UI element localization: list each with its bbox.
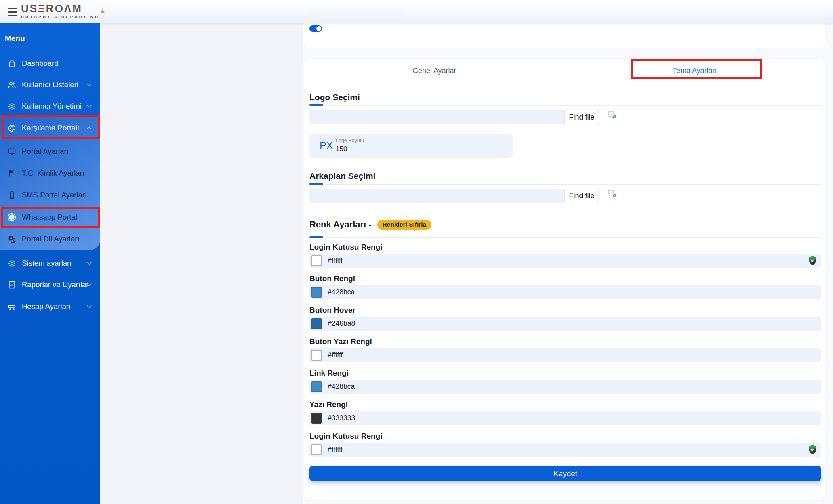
sidebar-item-raporlar-ve-uyarilar[interactable]: Raporlar ve Uyarılar (0, 276, 100, 293)
sidebar-item-label: Sistem ayarları (22, 259, 72, 268)
sidebar-item-label: Dashboard (22, 59, 59, 68)
color-row-label: Buton Rengi (309, 274, 355, 283)
reset-colors-button[interactable]: Renkleri Sıfırla (377, 220, 432, 230)
sidebar-item-label: Kullanıcı Yönetimi (22, 102, 82, 111)
sidebar-item-sms-portal-ayarlari[interactable]: SMS Portal Ayarları (0, 187, 100, 204)
sidebar-item-hesap-ayarlari[interactable]: Hesap Ayarları (0, 298, 100, 315)
tab-genel-ayarlar[interactable]: Genel Ayarlar (304, 59, 565, 82)
brand-accent-triangle (101, 9, 105, 13)
chevron-down-icon (86, 283, 92, 287)
background-file-field[interactable] (309, 189, 564, 203)
background-file-input[interactable]: Find file (309, 189, 599, 203)
broken-image-icon (608, 111, 616, 119)
logo-size-value[interactable]: 150 (336, 145, 347, 153)
toggle-knob (316, 26, 321, 31)
sidebar-item-label: Portal Dil Ayarları (22, 235, 80, 244)
brand-tagline: HOTSPOT & REPORTING (21, 15, 99, 19)
color-input[interactable]: #ffffff (309, 254, 821, 268)
color-hex-value: #ffffff (328, 445, 343, 454)
color-swatch[interactable] (311, 287, 322, 298)
color-row-label: Login Kutusu Rengi (309, 243, 382, 252)
color-row-label: Buton Hover (309, 306, 355, 315)
color-hex-value: #246ba8 (328, 319, 355, 328)
color-input[interactable]: #333333 (309, 411, 821, 425)
color-input[interactable]: #ffffff (309, 443, 821, 457)
logo-file-field[interactable] (309, 110, 564, 124)
color-swatch[interactable] (311, 318, 322, 329)
color-hex-value: #428bca (328, 382, 355, 391)
sidebar-item-tc-kimlik-ayarlari[interactable]: T.C. Kimlik Ayarları (0, 165, 100, 182)
portal-enabled-toggle[interactable] (309, 25, 322, 32)
sidebar-item-dashboard[interactable]: Dashboard (0, 55, 100, 72)
color-hex-value: #ffffff (328, 256, 343, 265)
mobile-icon (7, 191, 16, 200)
sidebar: Menü Dashboard Kullanıcı Listeleri Kulla… (0, 23, 100, 504)
sidebar-item-sistem-ayarlari[interactable]: Sistem ayarları (0, 255, 100, 272)
color-input[interactable]: #428bca (309, 380, 821, 394)
report-chart-icon (7, 280, 16, 289)
color-swatch[interactable] (311, 413, 322, 424)
sidebar-item-kullanici-listeleri[interactable]: Kullanıcı Listeleri (0, 76, 100, 93)
background-find-file-button[interactable]: Find file (564, 189, 599, 203)
whatsapp-icon (7, 213, 16, 222)
color-row-label: Buton Yazı Rengi (309, 337, 372, 346)
color-swatch[interactable] (311, 255, 322, 266)
sidebar-item-kullanici-yonetimi[interactable]: Kullanıcı Yönetimi (0, 98, 100, 115)
chevron-down-icon (86, 262, 92, 265)
color-hex-value: #ffffff (328, 351, 343, 359)
color-hex-value: #333333 (328, 414, 355, 422)
sidebar-title: Menü (5, 34, 25, 43)
colors-section-title: Renk Ayarları - (309, 219, 372, 230)
color-row-label: Yazı Rengi (309, 400, 348, 409)
divider (309, 105, 821, 106)
color-swatch[interactable] (311, 381, 322, 392)
sidebar-item-karsilama-portali[interactable]: Karşılama Portalı (0, 120, 100, 136)
tab-tema-ayarlari[interactable]: Tema Ayarları (565, 59, 825, 82)
sidebar-item-portal-ayarlari[interactable]: Portal Ayarları (0, 143, 100, 160)
translate-icon: A (7, 235, 16, 244)
chevron-down-icon (86, 83, 92, 87)
sidebar-item-label: Karşılama Portalı (22, 124, 79, 132)
color-input[interactable]: #246ba8 (309, 317, 821, 331)
brand-logo: USΞROΛM HOTSPOT & REPORTING (21, 3, 99, 19)
logo-find-file-button[interactable]: Find file (564, 110, 599, 124)
save-button[interactable]: Kaydet (309, 466, 821, 481)
sidebar-item-label: SMS Portal Ayarları (22, 191, 87, 200)
color-swatch[interactable] (311, 444, 322, 455)
settings-card: Genel Ayarlar Tema Ayarları Logo Seçimi … (304, 59, 825, 500)
chevron-up-icon (86, 126, 92, 130)
shield-check-icon[interactable] (808, 445, 818, 455)
logo-section-title: Logo Seçimi (309, 92, 360, 102)
logo-file-input[interactable]: Find file (309, 110, 599, 124)
broken-image-icon (608, 190, 616, 197)
color-row-label: Login Kutusu Rengi (309, 432, 382, 441)
px-unit-label: PX (320, 140, 333, 151)
color-swatch[interactable] (311, 350, 322, 361)
shield-check-icon[interactable] (808, 256, 818, 266)
section-accent-dash (309, 104, 323, 106)
gear-icon (7, 259, 16, 268)
gear-icon (7, 102, 16, 111)
background-section-title: Arkaplan Seçimi (309, 171, 375, 181)
sidebar-item-label: Portal Ayarları (22, 147, 69, 156)
sidebar-item-label: Whatsapp Portal (22, 213, 77, 222)
sidebar-item-label: T.C. Kimlik Ayarları (22, 169, 84, 178)
flag-icon (7, 169, 16, 178)
top-header: USΞROΛM HOTSPOT & REPORTING (0, 0, 833, 23)
sidebar-item-label: Kullanıcı Listeleri (22, 80, 78, 89)
sidebar-item-label: Raporlar ve Uyarılar (22, 280, 89, 289)
divider (309, 184, 821, 185)
logo-size-box[interactable]: PX Logo Boyutu 150 (309, 134, 513, 158)
home-icon (7, 59, 16, 68)
sidebar-item-portal-dil-ayarlari[interactable]: A Portal Dil Ayarları (0, 231, 100, 248)
color-input[interactable]: #428bca (309, 285, 821, 299)
color-input[interactable]: #ffffff (309, 348, 821, 362)
hamburger-menu-icon[interactable] (8, 8, 17, 16)
sidebar-item-label: Hesap Ayarları (22, 302, 71, 311)
palette-icon (7, 124, 16, 132)
section-accent-dash (309, 236, 323, 238)
settings-tabs: Genel Ayarlar Tema Ayarları (304, 59, 825, 82)
sidebar-item-whatsapp-portal[interactable]: Whatsapp Portal (0, 209, 100, 226)
network-icon (7, 302, 16, 311)
svg-text:A: A (9, 236, 12, 240)
